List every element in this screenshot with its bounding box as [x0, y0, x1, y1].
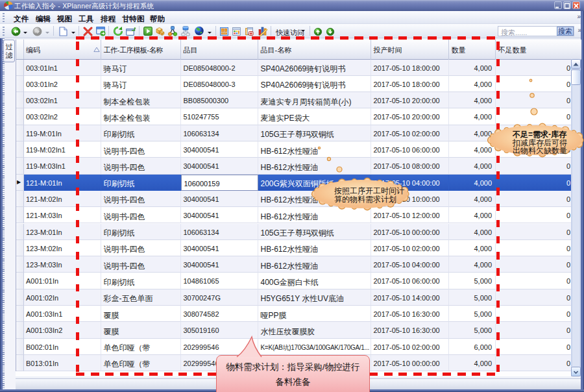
svg-text:不足=需求-库存: 不足=需求-库存 [512, 130, 567, 139]
svg-text:出物料欠缺数量: 出物料欠缺数量 [513, 146, 567, 155]
svg-text:按照工序开工时间计: 按照工序开工时间计 [334, 186, 404, 195]
svg-text:算的物料需求计划: 算的物料需求计划 [334, 195, 396, 204]
